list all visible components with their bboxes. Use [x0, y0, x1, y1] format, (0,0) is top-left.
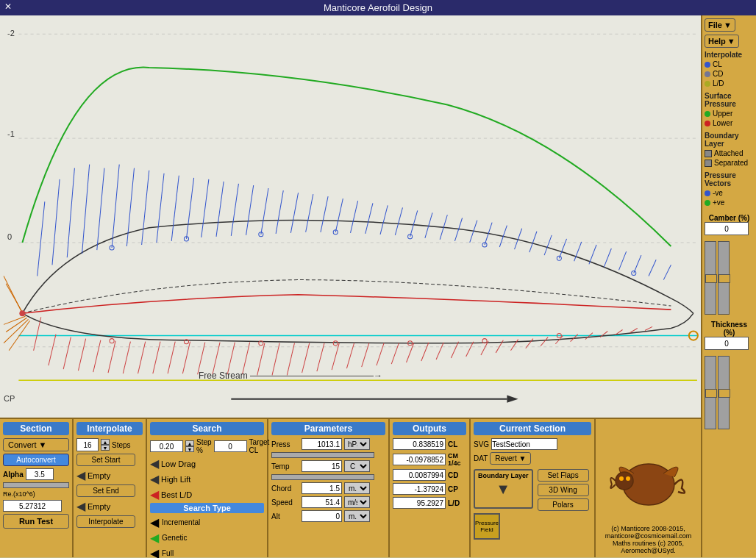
re-input[interactable] — [3, 500, 62, 512]
svg-line-46 — [634, 255, 641, 273]
alpha-slider[interactable] — [3, 482, 69, 488]
thickness-slider-2[interactable] — [718, 356, 730, 429]
svg-line-64 — [138, 342, 146, 374]
steps-spinner[interactable]: ▲▼ — [101, 439, 110, 451]
autoconvert-button[interactable]: Autoconvert — [3, 454, 69, 466]
parameters-panel: Parameters Press hPa Temp C Chord m. — [268, 419, 390, 557]
svg-line-8 — [67, 168, 74, 258]
3d-wing-button[interactable]: 3D Wing — [538, 484, 589, 496]
steps-input[interactable] — [76, 438, 99, 451]
camber-slider[interactable] — [705, 241, 716, 315]
svg-line-10 — [97, 168, 104, 250]
interp-arrow-2: ◀ — [76, 499, 85, 513]
genetic-arrow: ◀ — [150, 531, 159, 545]
svg-line-91 — [541, 337, 548, 346]
svg-line-68 — [198, 343, 205, 375]
low-drag-arrow[interactable]: ◀ — [150, 457, 159, 471]
interpolate-rp-label: Interpolate — [705, 51, 754, 59]
alt-unit-select[interactable]: m. — [344, 510, 370, 522]
press-slider[interactable] — [271, 452, 374, 458]
press-label: Press — [271, 440, 299, 448]
svg-line-83 — [421, 343, 429, 361]
temp-unit-select[interactable]: C — [344, 460, 370, 472]
step-spinner[interactable]: ▲▼ — [185, 440, 194, 452]
svg-line-40 — [544, 235, 552, 255]
full-arrow: ◀ — [150, 546, 159, 558]
camber-section: Camber (%) — [705, 214, 754, 315]
temp-label: Temp — [271, 462, 299, 471]
svg-marker-113 — [507, 396, 518, 403]
close-button[interactable]: ✕ — [4, 1, 12, 12]
svg-point-54 — [482, 243, 487, 247]
alpha-input[interactable] — [26, 468, 54, 480]
cm-label: CM 1/4c — [448, 452, 466, 467]
low-drag-label: Low Drag — [161, 459, 196, 468]
file-button[interactable]: File▼ — [705, 18, 735, 32]
speed-input[interactable] — [302, 496, 342, 508]
svg-line-107 — [6, 284, 24, 315]
high-lift-arrow[interactable]: ◀ — [150, 472, 159, 486]
ld-label: L/D — [448, 499, 466, 507]
svg-label: SVG — [474, 440, 489, 448]
svg-line-59 — [63, 337, 71, 370]
boundary-layer-arrow: ▼ — [496, 481, 510, 498]
svg-line-85 — [451, 342, 458, 358]
parameters-title: Parameters — [271, 422, 385, 435]
surface-pressure-section: Surface Pressure Upper Lower — [705, 92, 754, 129]
interpolate-title: Interpolate — [76, 422, 143, 435]
svg-line-21 — [261, 188, 268, 235]
temp-input[interactable] — [302, 460, 342, 472]
svg-line-69 — [213, 343, 220, 375]
svg-line-12 — [126, 168, 134, 246]
attached-checkbox[interactable] — [705, 150, 712, 157]
set-flaps-button[interactable]: Set Flaps — [538, 469, 589, 482]
camber-slider-2[interactable] — [718, 241, 730, 315]
svg-line-60 — [78, 339, 85, 371]
svg-line-48 — [663, 265, 671, 279]
polars-button[interactable]: Polars — [538, 498, 589, 511]
svg-point-115 — [19, 310, 25, 316]
convert-button[interactable]: Convert ▼ — [3, 438, 69, 451]
svg-line-31 — [410, 210, 418, 236]
step-input[interactable] — [150, 440, 183, 452]
alpha-label: Alpha — [3, 471, 24, 479]
separated-checkbox[interactable] — [705, 160, 712, 167]
svg-line-58 — [49, 335, 56, 366]
interp-arrow-1: ◀ — [76, 468, 85, 482]
svg-point-99 — [110, 339, 114, 343]
cd-output — [393, 469, 446, 481]
help-button[interactable]: Help▼ — [705, 35, 739, 48]
temp-slider[interactable] — [271, 474, 374, 480]
speed-unit-select[interactable]: m/s — [344, 496, 370, 508]
svg-line-63 — [123, 342, 130, 374]
thickness-input[interactable] — [705, 337, 749, 350]
best-ld-label: Best L/D — [161, 490, 192, 499]
boundary-layer-box: Boundary Layer ▼ — [474, 469, 533, 509]
svg-line-7 — [52, 179, 60, 265]
set-end-button[interactable]: Set End — [76, 484, 135, 497]
svg-input[interactable] — [491, 438, 557, 450]
run-test-button[interactable]: Run Test — [3, 514, 69, 529]
svg-line-44 — [604, 248, 611, 267]
chord-unit-select[interactable]: m. — [344, 482, 370, 494]
camber-label: Camber (%) — [705, 214, 754, 222]
canvas-area: -2 -1 0 — [0, 15, 701, 418]
best-ld-arrow[interactable]: ◀ — [150, 487, 159, 501]
svg-line-23 — [290, 193, 298, 233]
camber-input[interactable] — [705, 222, 749, 235]
target-cl-input[interactable] — [214, 440, 247, 452]
step-label: Step % — [196, 438, 212, 454]
thickness-slider[interactable] — [705, 356, 716, 429]
svg-line-24 — [306, 194, 313, 232]
alt-input[interactable] — [302, 510, 342, 522]
set-start-button[interactable]: Set Start — [76, 454, 135, 466]
steps-label: Steps — [112, 441, 131, 449]
svg-line-71 — [242, 343, 249, 375]
svg-line-98 — [645, 326, 652, 330]
press-input[interactable] — [302, 438, 342, 450]
interpolate-button[interactable]: Interpolate — [76, 515, 135, 528]
svg-line-47 — [649, 260, 656, 276]
revert-button[interactable]: Revert ▼ — [490, 452, 531, 465]
chord-input[interactable] — [302, 482, 342, 494]
press-unit-select[interactable]: hPa — [344, 438, 370, 450]
